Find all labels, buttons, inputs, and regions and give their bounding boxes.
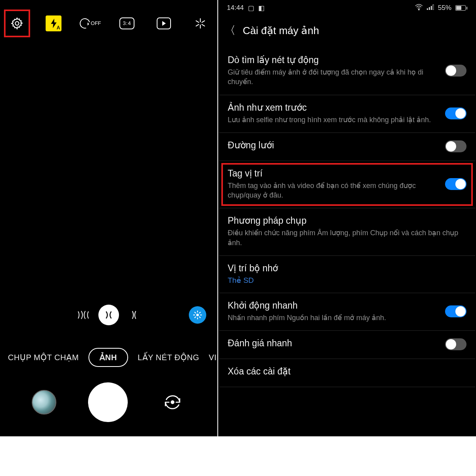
- setting-title: Xóa các cài đặt: [228, 366, 461, 377]
- toggle-switch[interactable]: [445, 178, 466, 190]
- settings-header: 〈 Cài đặt máy ảnh: [218, 16, 476, 48]
- svg-line-12: [194, 312, 196, 313]
- switch-camera-button[interactable]: [159, 389, 186, 415]
- back-icon[interactable]: 〈: [225, 23, 236, 38]
- setting-item-2[interactable]: Đường lưới: [219, 133, 475, 161]
- status-time: 14:44: [227, 4, 244, 12]
- setting-item-3[interactable]: Tag vị tríThêm tag vào ảnh và video để b…: [219, 161, 475, 209]
- settings-list: Dò tìm lấy nét tự độngGiữ tiêu điểm máy …: [218, 48, 476, 387]
- svg-point-7: [196, 314, 199, 317]
- aspect-ratio-button[interactable]: 3:4: [117, 13, 137, 33]
- svg-rect-19: [429, 7, 430, 10]
- toggle-switch[interactable]: [445, 65, 466, 77]
- settings-icon[interactable]: [7, 13, 27, 33]
- svg-line-3: [196, 21, 199, 22]
- svg-point-16: [171, 401, 174, 404]
- effects-button[interactable]: [189, 306, 206, 324]
- setting-title: Phương pháp chụp: [228, 215, 461, 226]
- setting-link[interactable]: Thẻ SD: [228, 276, 461, 285]
- svg-point-0: [15, 21, 19, 25]
- svg-line-6: [202, 21, 205, 22]
- svg-line-5: [196, 24, 199, 26]
- ratio-label: 3:4: [119, 17, 134, 29]
- setting-title: Ảnh như xem trước: [228, 102, 440, 113]
- zoom-wide-button[interactable]: [98, 305, 119, 325]
- setting-item-1[interactable]: Ảnh như xem trướcLưu ảnh selfie như tron…: [219, 95, 475, 133]
- motion-photo-button[interactable]: [154, 13, 174, 33]
- timer-label: OFF: [91, 20, 101, 26]
- setting-title: Khởi động nhanh: [228, 300, 440, 311]
- battery-percent: 55%: [438, 4, 451, 12]
- wifi-icon: [415, 4, 423, 12]
- toggle-switch[interactable]: [445, 107, 466, 119]
- setting-desc: Nhấn nhanh phím Nguồn hai lần để mở máy …: [228, 313, 440, 322]
- settings-title: Cài đặt máy ảnh: [243, 25, 319, 37]
- zoom-tele-button[interactable]: [127, 308, 141, 322]
- camera-top-toolbar: A OFF 3:4: [0, 0, 217, 38]
- gallery-thumbnail[interactable]: [32, 390, 56, 415]
- mode-single-tap[interactable]: CHỤP MỘT CHẠM: [8, 353, 79, 362]
- svg-rect-20: [431, 6, 432, 10]
- svg-rect-21: [433, 5, 434, 10]
- svg-rect-18: [427, 8, 428, 10]
- signal-icon: [427, 4, 434, 12]
- filters-icon[interactable]: [190, 13, 210, 33]
- mode-live-focus[interactable]: LẤY NÉT ĐỘNG: [138, 353, 199, 362]
- svg-line-14: [194, 317, 196, 318]
- setting-title: Vị trí bộ nhớ: [228, 263, 461, 274]
- setting-item-7[interactable]: Đánh giá nhanh: [219, 331, 475, 359]
- mode-video[interactable]: VIDEO: [209, 353, 217, 362]
- setting-item-4[interactable]: Phương pháp chụpĐiều khiển chức năng phí…: [219, 208, 475, 256]
- zoom-ultrawide-button[interactable]: [76, 308, 90, 322]
- camera-mode-selector[interactable]: CHỤP MỘT CHẠM ẢNH LẤY NÉT ĐỘNG VIDEO: [0, 348, 217, 367]
- screenshot-icon: ▢: [248, 4, 254, 12]
- setting-desc: Điều khiển chức năng phím Âm lượng, phím…: [228, 228, 461, 248]
- svg-line-4: [202, 24, 205, 26]
- toggle-switch[interactable]: [445, 305, 466, 317]
- shutter-button[interactable]: [88, 382, 128, 422]
- setting-title: Đánh giá nhanh: [228, 338, 440, 349]
- setting-title: Dò tìm lấy nét tự động: [228, 55, 440, 65]
- svg-point-17: [418, 9, 420, 10]
- battery-icon: [455, 5, 467, 11]
- svg-line-15: [199, 312, 200, 313]
- setting-item-6[interactable]: Khởi động nhanhNhấn nhanh phím Nguồn hai…: [219, 293, 475, 331]
- flash-mode-label: A: [57, 25, 60, 31]
- toggle-switch[interactable]: [445, 338, 466, 350]
- setting-title: Đường lưới: [228, 140, 440, 151]
- setting-desc: Giữ tiêu điểm máy ảnh ở đối tượng đã chọ…: [228, 67, 440, 87]
- status-indicator-icon: ◧: [258, 4, 265, 12]
- mode-photo[interactable]: ẢNH: [88, 348, 128, 367]
- camera-screen: A OFF 3:4: [0, 0, 218, 436]
- setting-title: Tag vị trí: [228, 168, 440, 179]
- setting-desc: Lưu ảnh selfie như trong hình xem trước …: [228, 115, 440, 125]
- svg-line-13: [199, 317, 200, 318]
- flash-auto-button[interactable]: A: [44, 13, 63, 33]
- setting-desc: Thêm tag vào ảnh và video để bạn có thể …: [228, 181, 440, 200]
- timer-button[interactable]: OFF: [81, 13, 100, 33]
- setting-item-0[interactable]: Dò tìm lấy nét tự độngGiữ tiêu điểm máy …: [219, 48, 475, 95]
- setting-item-8[interactable]: Xóa các cài đặt: [219, 359, 475, 387]
- toggle-switch[interactable]: [445, 140, 466, 152]
- setting-item-5[interactable]: Vị trí bộ nhớThẻ SD: [219, 256, 475, 293]
- shutter-row: [0, 382, 217, 422]
- status-bar: 14:44 ▢ ◧ 55%: [218, 0, 476, 16]
- zoom-controls: [0, 305, 217, 325]
- settings-screen: 14:44 ▢ ◧ 55% 〈 Cài đặt máy ảnh: [218, 0, 476, 436]
